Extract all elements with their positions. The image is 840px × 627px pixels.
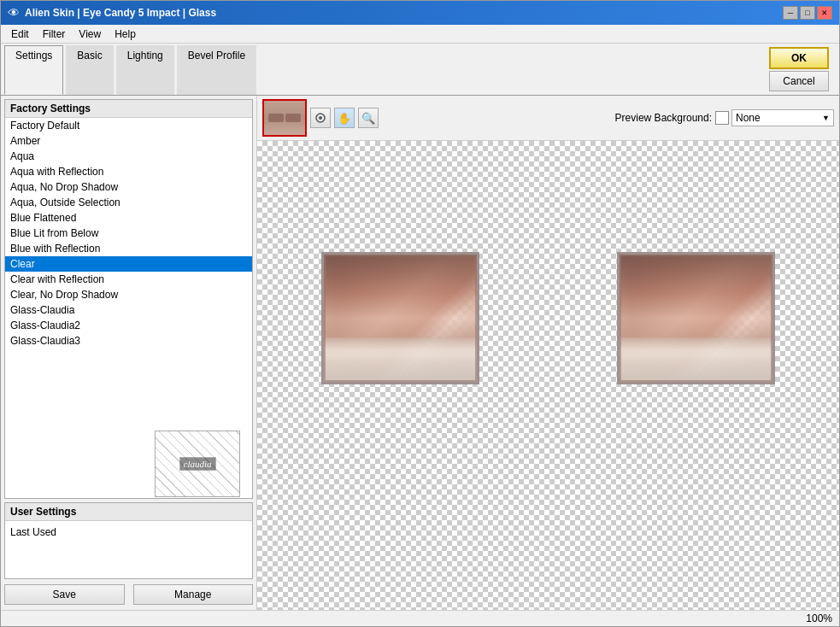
pan-icon: ✋ xyxy=(338,112,351,125)
left-panel: Factory Settings Factory Default Amber A… xyxy=(1,96,257,610)
window-title: Alien Skin | Eye Candy 5 Impact | Glass xyxy=(25,7,216,19)
presets-list[interactable]: Factory Default Amber Aqua Aqua with Ref… xyxy=(5,118,252,478)
menu-view[interactable]: View xyxy=(72,26,108,41)
bg-select-arrow: ▼ xyxy=(822,114,830,122)
zoom-level: 100% xyxy=(806,612,832,624)
preview-bg-control: None ▼ xyxy=(715,109,834,126)
title-bar-left: 👁 Alien Skin | Eye Candy 5 Impact | Glas… xyxy=(8,6,216,20)
menu-filter[interactable]: Filter xyxy=(36,26,73,41)
bg-select-dropdown[interactable]: None ▼ xyxy=(731,109,834,126)
ok-button[interactable]: OK xyxy=(769,47,829,69)
user-settings-list: Last Used xyxy=(5,521,252,543)
menu-bar: Edit Filter View Help xyxy=(1,25,839,44)
preset-thumbnail: claudia xyxy=(155,431,240,497)
main-content: Factory Settings Factory Default Amber A… xyxy=(1,96,839,610)
right-panel: ✋ 🔍 Preview Background: None ▼ xyxy=(257,96,839,610)
preset-amber[interactable]: Amber xyxy=(5,133,252,149)
presets-area: Factory Settings Factory Default Amber A… xyxy=(4,99,253,499)
svg-point-1 xyxy=(319,116,322,120)
preset-aqua-no-drop[interactable]: Aqua, No Drop Shadow xyxy=(5,179,252,195)
preview-toolbar: ✋ 🔍 Preview Background: None ▼ xyxy=(257,96,839,141)
preset-glass-claudia2[interactable]: Glass-Claudia2 xyxy=(5,318,252,333)
tool-zoom[interactable]: 🔍 xyxy=(358,108,379,128)
preset-clear[interactable]: Clear xyxy=(5,256,252,272)
preset-clear-reflection[interactable]: Clear with Reflection xyxy=(5,272,252,287)
preset-blue-reflection[interactable]: Blue with Reflection xyxy=(5,241,252,256)
menu-help[interactable]: Help xyxy=(108,26,143,41)
title-buttons: ─ □ ✕ xyxy=(783,6,832,20)
app-icon: 👁 xyxy=(8,6,20,20)
preview-image-left xyxy=(321,252,479,384)
tool-move[interactable] xyxy=(310,108,331,128)
border-overlay-right xyxy=(620,255,772,382)
save-button[interactable]: Save xyxy=(4,584,125,605)
status-bar: 100% xyxy=(1,610,839,626)
preset-factory-default[interactable]: Factory Default xyxy=(5,118,252,133)
minimize-button[interactable]: ─ xyxy=(783,6,798,20)
title-bar: 👁 Alien Skin | Eye Candy 5 Impact | Glas… xyxy=(1,1,839,25)
presets-header: Factory Settings xyxy=(5,100,252,118)
tab-bevel-profile[interactable]: Bevel Profile xyxy=(177,45,256,95)
menu-edit[interactable]: Edit xyxy=(4,26,36,41)
tab-lighting[interactable]: Lighting xyxy=(116,45,174,95)
bottom-buttons: Save Manage xyxy=(1,579,256,610)
preview-bg-label: Preview Background: xyxy=(615,112,712,124)
thumbnail-watermark: claudia xyxy=(179,457,216,471)
preset-glass-claudia3[interactable]: Glass-Claudia3 xyxy=(5,333,252,349)
checker-background xyxy=(257,141,839,610)
cancel-button[interactable]: Cancel xyxy=(769,71,829,91)
preset-aqua-outside[interactable]: Aqua, Outside Selection xyxy=(5,195,252,210)
user-settings-header: User Settings xyxy=(5,503,252,521)
main-window: 👁 Alien Skin | Eye Candy 5 Impact | Glas… xyxy=(0,0,840,627)
tabs-row: Settings Basic Lighting Bevel Profile xyxy=(4,44,258,95)
preset-glass-claudia[interactable]: Glass-Claudia xyxy=(5,302,252,318)
user-settings-last-used[interactable]: Last Used xyxy=(10,524,247,540)
close-button[interactable]: ✕ xyxy=(817,6,832,20)
thumb-shape-left xyxy=(268,114,284,122)
preset-blue-flattened[interactable]: Blue Flattened xyxy=(5,210,252,226)
bg-color-swatch[interactable] xyxy=(715,111,729,125)
preview-thumbnail xyxy=(262,99,307,137)
ok-cancel-area: OK Cancel xyxy=(762,44,836,95)
preset-aqua-reflection[interactable]: Aqua with Reflection xyxy=(5,164,252,179)
preset-clear-no-drop[interactable]: Clear, No Drop Shadow xyxy=(5,287,252,302)
presets-scroll-area: Factory Default Amber Aqua Aqua with Ref… xyxy=(5,118,252,497)
tab-basic[interactable]: Basic xyxy=(66,45,113,95)
thumb-shape-right xyxy=(285,114,301,122)
restore-button[interactable]: □ xyxy=(800,6,815,20)
tab-settings[interactable]: Settings xyxy=(4,45,63,95)
preset-blue-lit[interactable]: Blue Lit from Below xyxy=(5,226,252,241)
preview-area[interactable] xyxy=(257,141,839,610)
preview-image-right xyxy=(617,252,775,384)
user-settings-area: User Settings Last Used xyxy=(4,502,253,579)
bg-select-value: None xyxy=(736,112,761,124)
manage-button[interactable]: Manage xyxy=(133,584,254,605)
preset-aqua[interactable]: Aqua xyxy=(5,149,252,164)
zoom-icon: 🔍 xyxy=(361,112,375,125)
tool-pan[interactable]: ✋ xyxy=(334,108,355,128)
border-overlay xyxy=(324,255,477,382)
